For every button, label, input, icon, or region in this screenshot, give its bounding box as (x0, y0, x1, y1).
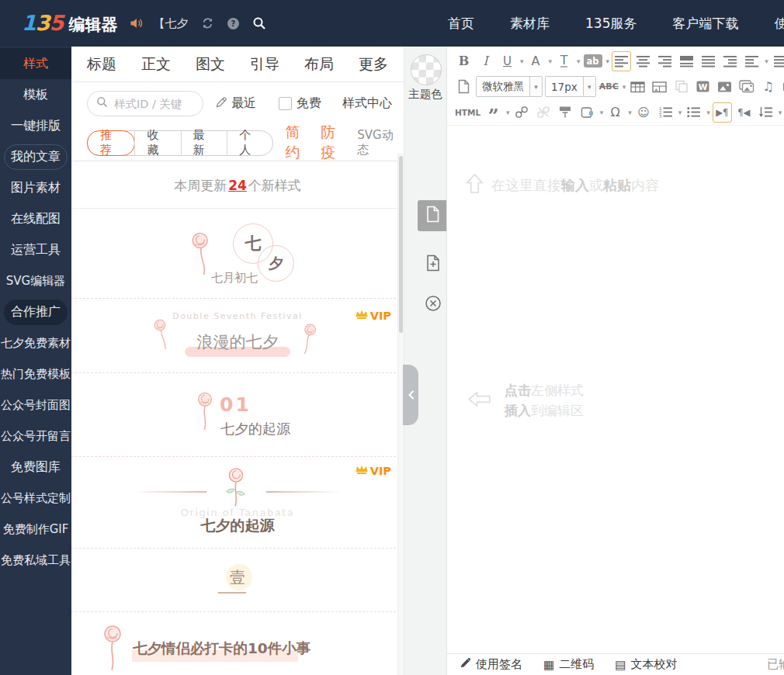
app-logo[interactable]: 135 编辑器 (22, 11, 117, 36)
recent-button[interactable]: 最近 (215, 95, 256, 112)
ordered-list-button[interactable]: 123 (656, 102, 675, 123)
align-image-button[interactable] (677, 51, 696, 71)
insert-music-button[interactable]: ♫ (758, 77, 778, 97)
chevron-down-icon[interactable]: ▾ (779, 109, 782, 116)
free-checkbox[interactable]: 免费 (279, 95, 321, 112)
announcement-marquee[interactable]: 【七夕 (153, 16, 189, 31)
chevron-down-icon[interactable]: ▾ (529, 77, 542, 96)
text-ltr-button[interactable]: ▶¶ (713, 102, 732, 123)
italic-button[interactable]: I (476, 51, 495, 71)
font-family[interactable]: 微软雅黑▾ (476, 76, 543, 97)
sidebar-item-15[interactable]: 免费制作GIF (0, 514, 71, 545)
style-search-box[interactable] (87, 91, 203, 116)
sidebar-item-8[interactable]: 合作推广 (0, 296, 71, 327)
font-size[interactable]: 17px▾ (545, 76, 596, 97)
paragraph-indent-button[interactable] (742, 51, 761, 71)
insert-image-button[interactable] (715, 77, 734, 97)
align-center-button[interactable] (633, 51, 653, 71)
style-card-qiyuechuqi[interactable]: 七 夕 七月初七 (71, 209, 404, 299)
more-format-button[interactable] (771, 51, 784, 71)
style-search-input[interactable] (113, 97, 197, 111)
insert-video-button[interactable] (780, 77, 784, 97)
style-card-yi-number[interactable]: 壹 (71, 549, 404, 612)
topbar-nav-item-1[interactable]: 素材库 (510, 15, 550, 33)
filter-segment-0[interactable]: 推荐 (87, 130, 135, 156)
sidebar-item-16[interactable]: 免费私域工具 (0, 545, 71, 576)
bold-button[interactable]: B (454, 51, 474, 71)
text-rtl-button[interactable]: ¶◀ (734, 102, 754, 123)
statusbar-doc-action[interactable]: ▤文本校对 (615, 657, 677, 672)
align-justify-button[interactable] (699, 51, 718, 71)
strikethrough-button[interactable]: ABC (598, 77, 619, 97)
filter-segment-2[interactable]: 最新 (181, 131, 227, 155)
sidebar-item-10[interactable]: 热门免费模板 (0, 358, 71, 389)
chevron-down-icon[interactable]: ▾ (506, 109, 510, 116)
container-border-button[interactable] (578, 102, 597, 123)
line-height-button[interactable] (756, 102, 775, 123)
align-left-button[interactable] (612, 51, 631, 71)
new-page-button[interactable] (418, 200, 448, 231)
sidebar-item-11[interactable]: 公众号封面图 (0, 389, 71, 421)
sidebar-item-4[interactable]: 图片素材 (0, 172, 71, 203)
remove-link-button[interactable] (534, 102, 553, 123)
style-card-langman-qixi[interactable]: VIP Double Seventh Festival 浪漫的七夕 (71, 299, 404, 373)
sidebar-item-2[interactable]: 一键排版 (0, 110, 71, 141)
sidebar-item-12[interactable]: 公众号开留言 (0, 421, 71, 452)
sidebar-item-0[interactable]: 样式 (0, 48, 71, 79)
help-icon[interactable]: ? (227, 17, 240, 30)
style-center-link[interactable]: 样式中心 (342, 95, 392, 112)
import-word-button[interactable]: W (693, 77, 713, 97)
theme-color-swatch[interactable] (411, 54, 442, 85)
indent-button[interactable] (720, 51, 740, 71)
sidebar-item-7[interactable]: SVG编辑器 (0, 265, 71, 296)
style-card-qixi-origin-01[interactable]: 01 七夕的起源 (71, 373, 404, 457)
chevron-down-icon[interactable]: ▾ (549, 57, 553, 65)
add-page-button[interactable] (421, 253, 445, 276)
canvas-input-hint[interactable]: 在这里直接输入或粘贴内容 (466, 173, 659, 197)
refresh-icon[interactable] (201, 17, 214, 29)
style-tab-4[interactable]: 布局 (304, 54, 334, 74)
filter-segment-3[interactable]: 个人 (227, 131, 272, 155)
chevron-down-icon[interactable]: ▾ (765, 57, 768, 65)
insert-link-button[interactable] (512, 102, 532, 123)
search-icon[interactable] (252, 16, 266, 30)
scrollbar-thumb[interactable] (399, 156, 403, 333)
chevron-down-icon[interactable]: ▾ (600, 109, 604, 116)
collapse-panel-handle[interactable] (403, 365, 418, 425)
topbar-nav-item-4[interactable]: 使用帮助 (774, 15, 784, 33)
chevron-down-icon[interactable]: ▾ (606, 57, 610, 65)
style-tab-3[interactable]: 引导 (250, 54, 279, 74)
unordered-list-button[interactable] (684, 102, 703, 123)
topbar-nav-item-0[interactable]: 首页 (448, 15, 474, 33)
align-right-button[interactable] (655, 51, 675, 71)
sidebar-item-14[interactable]: 公号样式定制 (0, 483, 71, 514)
insert-table-button[interactable] (628, 77, 647, 97)
html-source-button[interactable]: HTML (454, 102, 481, 123)
sidebar-item-6[interactable]: 运营工具 (0, 234, 71, 265)
topbar-nav-item-2[interactable]: 135服务 (585, 15, 637, 33)
chevron-down-icon[interactable]: ▾ (628, 109, 632, 116)
style-tab-5[interactable]: 更多 (359, 54, 388, 74)
chevron-down-icon[interactable]: ▾ (577, 57, 581, 65)
table-style-button[interactable] (650, 77, 669, 97)
chevron-down-icon[interactable]: ▾ (678, 109, 682, 116)
topbar-nav-item-3[interactable]: 客户端下载 (672, 15, 738, 33)
emoji-button[interactable]: ☺ (634, 102, 654, 123)
sidebar-item-9[interactable]: 七夕免费素材 (0, 327, 71, 358)
new-document-button[interactable] (454, 77, 474, 97)
letter-style-button[interactable]: T (554, 51, 574, 71)
sidebar-item-13[interactable]: 免费图库 (0, 452, 71, 483)
sidebar-item-5[interactable]: 在线配图 (0, 203, 71, 234)
chevron-down-icon[interactable]: ▾ (583, 77, 595, 96)
underline-button[interactable]: U (498, 51, 517, 71)
special-character-button[interactable]: Ω (605, 102, 625, 123)
style-card-qixi-origin-divider[interactable]: VIP Origin of Tanabata 七夕的起源 (71, 457, 404, 549)
signature-template-button[interactable] (556, 102, 575, 123)
statusbar-qr-action[interactable]: ▦二维码 (543, 657, 594, 672)
format-paste-button[interactable] (671, 77, 691, 97)
image-library-button[interactable] (737, 77, 756, 97)
style-tab-0[interactable]: 标题 (87, 54, 116, 74)
chevron-down-icon[interactable]: ▾ (706, 109, 710, 116)
sidebar-item-3[interactable]: 我的文章 (0, 141, 71, 172)
style-tab-2[interactable]: 图文 (196, 54, 225, 74)
